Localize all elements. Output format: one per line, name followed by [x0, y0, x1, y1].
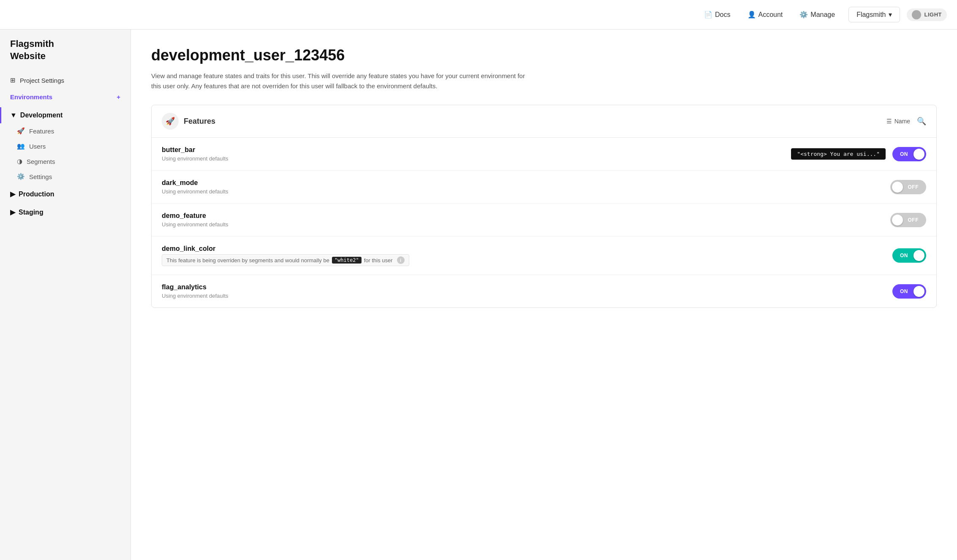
- feature-sub-flag-analytics: Using environment defaults: [162, 293, 892, 299]
- toggle-circle-demo-link-color: [914, 250, 924, 261]
- feature-sub-demo-feature: Using environment defaults: [162, 221, 890, 228]
- segments-icon: ◑: [17, 158, 22, 165]
- settings-label: Settings: [29, 173, 52, 180]
- navbar: 📄 Docs 👤 Account ⚙️ Manage Flagsmith ▾ L…: [0, 0, 957, 30]
- features-label: Features: [29, 128, 54, 135]
- sidebar: FlagsmithWebsite ⊞ Project Settings Envi…: [0, 30, 131, 560]
- feature-sub-butter-bar: Using environment defaults: [162, 155, 791, 162]
- features-title-label: Features: [184, 117, 215, 126]
- theme-toggle-circle: [912, 10, 921, 19]
- toggle-dark-mode[interactable]: OFF: [890, 180, 927, 194]
- add-environment-icon[interactable]: +: [117, 93, 120, 101]
- feature-name-butter-bar: butter_bar: [162, 146, 791, 154]
- sidebar-item-settings[interactable]: ⚙️ Settings: [7, 169, 130, 184]
- features-card-header: 🚀 Features ☰ Name 🔍: [152, 105, 936, 138]
- project-settings-icon: ⊞: [10, 76, 16, 84]
- toggle-butter-bar[interactable]: ON: [892, 147, 926, 161]
- info-icon[interactable]: i: [397, 256, 405, 264]
- feature-name-demo-feature: demo_feature: [162, 212, 890, 220]
- toggle-flag-analytics[interactable]: ON: [892, 284, 926, 299]
- toggle-label-demo-link-color: ON: [896, 253, 912, 258]
- env-staging-arrow: ▶: [10, 208, 15, 216]
- environments-label: Environments: [10, 93, 52, 101]
- env-production-label: Production: [19, 190, 54, 198]
- theme-toggle[interactable]: LIGHT: [907, 8, 947, 21]
- toggle-label-demo-feature: OFF: [904, 217, 923, 223]
- page-title: development_user_123456: [151, 46, 937, 64]
- env-development-header[interactable]: ▼ Development: [0, 107, 130, 123]
- search-icon: 🔍: [917, 117, 926, 125]
- override-text: This feature is being overriden by segme…: [166, 257, 329, 264]
- toggle-demo-link-color[interactable]: ON: [892, 248, 926, 263]
- env-group-development: ▼ Development 🚀 Features 👥 Users ◑ Segme…: [0, 107, 130, 184]
- toggle-label-dark-mode: OFF: [904, 184, 923, 190]
- feature-right-demo-link-color: ON: [892, 248, 926, 263]
- brand-name: FlagsmithWebsite: [0, 38, 130, 72]
- toggle-demo-feature[interactable]: OFF: [890, 213, 927, 227]
- sidebar-item-features[interactable]: 🚀 Features: [7, 123, 130, 139]
- settings-icon: ⚙️: [17, 173, 25, 180]
- feature-info-demo-link-color: demo_link_color This feature is being ov…: [162, 245, 892, 266]
- toggle-circle-flag-analytics: [914, 286, 924, 297]
- feature-row-butter-bar: butter_bar Using environment defaults "<…: [152, 138, 936, 171]
- sort-label: Name: [894, 118, 910, 125]
- feature-info-butter-bar: butter_bar Using environment defaults: [162, 146, 791, 162]
- manage-label: Manage: [810, 11, 835, 19]
- feature-right-flag-analytics: ON: [892, 284, 926, 299]
- env-production-header[interactable]: ▶ Production: [0, 186, 130, 202]
- value-badge-butter-bar: "<strong> You are usi...": [791, 148, 886, 160]
- account-label: Account: [759, 11, 783, 19]
- override-value: "white2": [332, 257, 362, 264]
- env-staging-label: Staging: [19, 209, 44, 216]
- feature-info-dark-mode: dark_mode Using environment defaults: [162, 179, 890, 195]
- org-dropdown[interactable]: Flagsmith ▾: [848, 7, 900, 22]
- users-icon: 👥: [17, 142, 25, 150]
- env-staging-header[interactable]: ▶ Staging: [0, 204, 130, 220]
- toggle-circle-dark-mode: [892, 182, 903, 193]
- feature-row-flag-analytics: flag_analytics Using environment default…: [152, 275, 936, 307]
- project-settings-item[interactable]: ⊞ Project Settings: [0, 72, 130, 88]
- search-button[interactable]: 🔍: [917, 117, 926, 126]
- main-layout: FlagsmithWebsite ⊞ Project Settings Envi…: [0, 30, 957, 560]
- feature-row-demo-feature: demo_feature Using environment defaults …: [152, 204, 936, 237]
- features-icon: 🚀: [17, 127, 25, 135]
- sidebar-item-segments[interactable]: ◑ Segments: [7, 154, 130, 169]
- sort-button[interactable]: ☰ Name: [886, 118, 910, 125]
- feature-row-demo-link-color: demo_link_color This feature is being ov…: [152, 237, 936, 275]
- account-link[interactable]: 👤 Account: [741, 7, 790, 22]
- manage-link[interactable]: ⚙️ Manage: [793, 7, 842, 22]
- feature-right-dark-mode: OFF: [890, 180, 927, 194]
- docs-link[interactable]: 📄 Docs: [697, 7, 737, 22]
- feature-info-flag-analytics: flag_analytics Using environment default…: [162, 283, 892, 299]
- env-development-sub-items: 🚀 Features 👥 Users ◑ Segments ⚙️ Setting…: [0, 123, 130, 184]
- header-actions: ☰ Name 🔍: [886, 117, 926, 126]
- environments-header[interactable]: Environments +: [0, 88, 130, 106]
- env-group-staging: ▶ Staging: [0, 204, 130, 220]
- feature-info-demo-feature: demo_feature Using environment defaults: [162, 212, 890, 228]
- feature-right-demo-feature: OFF: [890, 213, 927, 227]
- env-production-arrow: ▶: [10, 190, 15, 198]
- toggle-label-butter-bar: ON: [896, 151, 912, 157]
- env-group-production: ▶ Production: [0, 186, 130, 202]
- feature-sub-dark-mode: Using environment defaults: [162, 188, 890, 195]
- users-label: Users: [29, 143, 46, 150]
- env-development-label: Development: [20, 111, 63, 119]
- main-content: development_user_123456 View and manage …: [131, 30, 957, 560]
- chevron-down-icon: ▾: [889, 11, 892, 19]
- org-label: Flagsmith: [856, 11, 886, 19]
- docs-icon: 📄: [704, 11, 712, 19]
- toggle-circle-demo-feature: [892, 215, 903, 226]
- feature-sub-demo-link-color: This feature is being overriden by segme…: [162, 254, 409, 266]
- sidebar-item-users[interactable]: 👥 Users: [7, 139, 130, 154]
- theme-label: LIGHT: [924, 11, 942, 18]
- segments-label: Segments: [27, 158, 55, 165]
- navbar-nav: 📄 Docs 👤 Account ⚙️ Manage Flagsmith ▾ L…: [697, 7, 947, 22]
- feature-row-dark-mode: dark_mode Using environment defaults OFF: [152, 171, 936, 204]
- manage-icon: ⚙️: [799, 11, 808, 19]
- env-development-arrow: ▼: [10, 111, 17, 119]
- feature-name-dark-mode: dark_mode: [162, 179, 890, 187]
- sort-icon: ☰: [886, 118, 892, 125]
- toggle-label-flag-analytics: ON: [896, 288, 912, 294]
- project-settings-label: Project Settings: [20, 77, 64, 84]
- docs-label: Docs: [715, 11, 730, 19]
